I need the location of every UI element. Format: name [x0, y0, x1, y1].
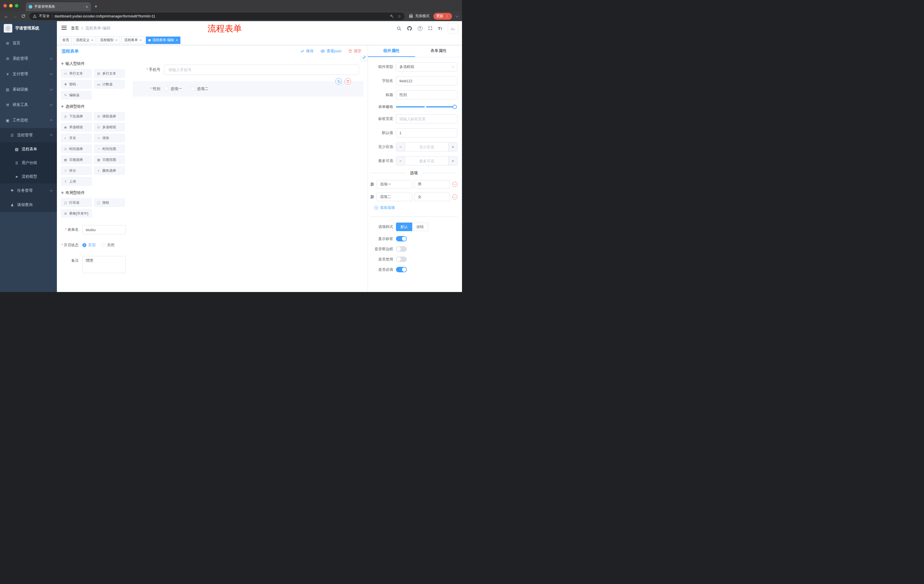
tag-process-form-edit[interactable]: 流程表单-编辑 × — [146, 36, 181, 44]
remove-option-button[interactable]: − — [452, 182, 457, 187]
help-icon[interactable]: ? — [418, 26, 422, 31]
drag-handle-icon[interactable] — [370, 195, 374, 199]
sidebar-item-workflow[interactable]: 工作流程 — [0, 113, 57, 128]
sidebar-item-system-management[interactable]: 系统管理 — [0, 51, 57, 66]
palette-item-time-picker[interactable]: 时间选择 — [61, 145, 92, 153]
window-minimize-button[interactable] — [9, 4, 13, 7]
search-icon[interactable] — [396, 26, 401, 31]
reload-button[interactable] — [21, 14, 25, 18]
tag-process-model[interactable]: 流程模型 × — [97, 36, 120, 44]
palette-item-switch[interactable]: 开关 — [61, 134, 92, 142]
fullscreen-icon[interactable] — [428, 26, 432, 31]
tab-component-props[interactable]: 组件属性 — [368, 45, 415, 57]
font-size-icon[interactable]: TT — [438, 26, 442, 31]
update-button[interactable]: 更新 ⋮ — [433, 13, 452, 20]
sidebar-item-leave-query[interactable]: 请假查询 — [0, 198, 57, 212]
tab-close-icon[interactable]: × — [86, 5, 88, 9]
delete-component-button[interactable] — [345, 78, 351, 85]
palette-item-upload[interactable]: 上传 — [61, 177, 92, 186]
link-icon[interactable] — [361, 54, 367, 61]
min-select-input[interactable] — [405, 143, 448, 151]
field-name-input[interactable] — [396, 76, 457, 86]
tag-process-definition[interactable]: 流程定义 × — [73, 36, 96, 44]
max-select-input[interactable] — [405, 156, 448, 165]
view-json-button[interactable]: 查看json — [320, 49, 342, 54]
bookmark-star-icon[interactable]: ☆ — [398, 14, 401, 18]
sidebar-item-payment-management[interactable]: 支付管理 — [0, 66, 57, 82]
status-on-radio[interactable] — [82, 243, 86, 247]
chevron-down-icon[interactable] — [456, 14, 459, 17]
phone-field[interactable]: *手机号 — [133, 62, 364, 78]
sidebar-item-task-management[interactable]: 任务管理 — [0, 183, 57, 198]
gender-field[interactable]: *性别 选项一 选项二 — [133, 81, 364, 97]
palette-item-single-line-text[interactable]: 单行文本 — [61, 69, 92, 78]
palette-item-select[interactable]: 下拉选择 — [61, 112, 92, 120]
option-label-input[interactable] — [376, 192, 412, 201]
add-option-button[interactable]: + 添加选项 — [374, 205, 457, 210]
option-label-input[interactable] — [376, 180, 412, 189]
window-zoom-button[interactable] — [15, 4, 18, 7]
sidebar-item-process-form[interactable]: 流程表单 — [0, 142, 57, 156]
palette-item-time-range[interactable]: 时间范围 — [94, 145, 125, 153]
component-type-select[interactable]: 多选框组 — [396, 62, 457, 71]
tag-close-icon[interactable]: × — [140, 38, 142, 42]
new-tab-button[interactable]: + — [94, 3, 97, 10]
tag-close-icon[interactable]: × — [176, 38, 178, 42]
tag-process-form[interactable]: 流程表单 × — [122, 36, 144, 44]
palette-item-cascader[interactable]: 级联选择 — [94, 112, 125, 120]
tab-form-props[interactable]: 表单属性 — [415, 45, 462, 57]
palette-item-radio-group[interactable]: 单选框组 — [61, 123, 92, 132]
form-name-input[interactable] — [82, 225, 126, 234]
label-width-input[interactable] — [396, 114, 457, 123]
option-value-input[interactable] — [414, 180, 450, 189]
option-value-input[interactable] — [414, 192, 450, 201]
increase-button[interactable]: + — [448, 156, 457, 165]
github-icon[interactable] — [407, 26, 412, 31]
style-default-button[interactable]: 默认 — [396, 222, 412, 231]
address-bar[interactable]: 不安全 dashboard.yudao.iocoder.cn/bpm/manag… — [30, 13, 404, 20]
sidebar-item-home[interactable]: 首页 — [0, 35, 57, 51]
copy-component-button[interactable] — [335, 78, 342, 85]
palette-item-rate[interactable]: 评分 — [61, 166, 92, 175]
palette-item-slider[interactable]: 滑块 — [94, 134, 125, 142]
palette-item-table[interactable]: 表格[开发中] — [61, 209, 92, 218]
palette-item-date-picker[interactable]: 日期选择 — [61, 155, 92, 164]
window-close-button[interactable] — [3, 4, 7, 7]
form-grid-slider[interactable] — [396, 106, 455, 107]
palette-item-button[interactable]: 按钮 — [94, 198, 125, 207]
option1-checkbox[interactable] — [164, 87, 168, 91]
tag-close-icon[interactable]: × — [91, 38, 94, 42]
tag-close-icon[interactable]: × — [116, 38, 118, 42]
title-input[interactable] — [396, 90, 457, 99]
decrease-button[interactable]: − — [396, 156, 405, 165]
phone-input[interactable] — [164, 64, 359, 75]
user-avatar[interactable] — [448, 23, 458, 33]
palette-item-row-container[interactable]: 行容器 — [61, 198, 92, 207]
sidebar-toggle-button[interactable] — [61, 26, 67, 31]
back-button[interactable]: ← — [4, 14, 8, 18]
palette-item-date-range[interactable]: 日期范围 — [94, 155, 125, 164]
border-toggle[interactable] — [396, 246, 407, 252]
sidebar-item-user-group[interactable]: 用户分组 — [0, 156, 57, 170]
palette-item-multi-line-text[interactable]: 多行文本 — [94, 69, 125, 78]
browser-tab[interactable]: 芋道管理系统 × — [26, 2, 91, 11]
form-remark-textarea[interactable]: 嘿嘿 — [82, 256, 126, 273]
sidebar-item-devtools[interactable]: 研发工具 — [0, 97, 57, 113]
app-logo[interactable]: 芋道管理系统 — [0, 21, 57, 35]
key-icon[interactable] — [390, 14, 394, 18]
clear-button[interactable]: 清空 — [348, 49, 361, 54]
palette-item-editor[interactable]: 编辑器 — [61, 91, 92, 99]
palette-item-checkbox-group[interactable]: 多选框组 — [94, 123, 125, 132]
disabled-toggle[interactable] — [396, 257, 407, 262]
palette-item-color-picker[interactable]: 颜色选择 — [94, 166, 125, 175]
status-off-radio[interactable] — [101, 243, 105, 247]
palette-item-counter[interactable]: 计数器 — [94, 80, 125, 89]
save-button[interactable]: 保存 — [300, 49, 314, 54]
palette-item-password[interactable]: 密码 — [61, 80, 92, 89]
breadcrumb-home[interactable]: 首页 — [71, 26, 79, 31]
forward-button[interactable]: → — [13, 14, 17, 18]
required-toggle[interactable] — [396, 267, 407, 272]
slider-handle[interactable] — [452, 105, 457, 109]
sidebar-item-process-management[interactable]: 流程管理 — [0, 128, 57, 142]
default-value-input[interactable] — [396, 128, 457, 137]
